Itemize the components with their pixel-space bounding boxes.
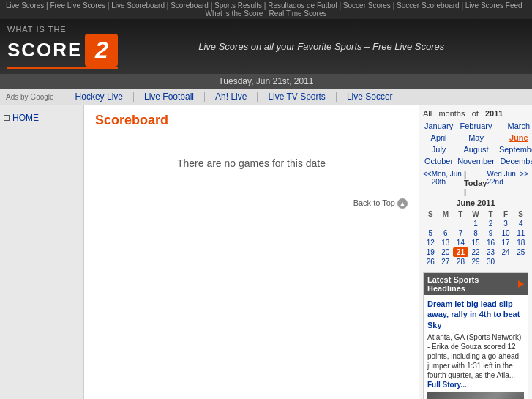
headlines-header: Latest Sports Headlines <box>424 273 528 295</box>
site-header: What is the Score 2 Live Scores on all y… <box>0 19 532 74</box>
cal-cell-19[interactable]: 19 <box>423 247 438 257</box>
calendar-month-title: June 2011 <box>423 198 528 207</box>
cal-day-header-wed: W <box>468 209 484 219</box>
cal-cell-1[interactable]: 1 <box>468 219 484 228</box>
cal-cell-6[interactable]: 6 <box>438 228 454 238</box>
month-december[interactable]: December <box>498 156 532 166</box>
top-nav-bar: Live Scores | Free Live Scores | Live Sc… <box>0 0 532 19</box>
nav-live-tv-sports[interactable]: Live TV Sports <box>258 92 336 102</box>
ads-label: Ads by Google <box>6 93 54 101</box>
cal-cell-8[interactable]: 8 <box>468 228 484 238</box>
logo-underline <box>7 67 118 69</box>
cal-next-next[interactable]: >> <box>520 170 528 196</box>
cal-cell-9[interactable]: 9 <box>483 228 498 238</box>
sidebar-item-home[interactable]: HOME <box>4 111 80 124</box>
calendar-navigation: << Mon, Jun 20th | Today | Wed Jun 22nd … <box>423 170 528 196</box>
cal-cell-20[interactable]: 20 <box>438 247 454 257</box>
cal-cell-29[interactable]: 29 <box>468 257 484 266</box>
cal-cell-10[interactable]: 10 <box>498 228 514 238</box>
cal-cell-18[interactable]: 18 <box>513 238 528 247</box>
month-january[interactable]: January <box>423 121 454 131</box>
month-october[interactable]: October <box>423 156 454 166</box>
cal-cell-empty <box>438 219 454 228</box>
sidebar: HOME <box>0 105 84 399</box>
cal-cell-15[interactable]: 15 <box>468 238 484 247</box>
headline-image: 🏀 <box>427 392 524 399</box>
cal-cell-11[interactable]: 11 <box>513 228 528 238</box>
cal-today-label[interactable]: | Today | <box>464 170 487 196</box>
cal-cell-26[interactable]: 26 <box>423 257 438 266</box>
main-layout: HOME Scoreboard There are no games for t… <box>0 105 532 399</box>
months-grid: January February March April May June Ju… <box>423 121 528 166</box>
back-to-top-text: Back to Top <box>353 198 395 207</box>
month-march[interactable]: March <box>498 121 532 131</box>
cal-cell-22[interactable]: 22 <box>468 247 484 257</box>
logo-number-badge: 2 <box>85 34 118 67</box>
logo-score-text: Score <box>7 39 82 61</box>
cal-year: 2011 <box>485 109 503 118</box>
cal-cell-14[interactable]: 14 <box>453 238 468 247</box>
right-panel: All months of 2011 January February Marc… <box>419 105 532 399</box>
cal-next-date[interactable]: Wed Jun 22nd <box>487 170 520 196</box>
cal-cell-2[interactable]: 2 <box>483 219 498 228</box>
headline-main-title[interactable]: Dream let big lead slip away, rally in 4… <box>427 299 524 330</box>
month-june[interactable]: June <box>498 133 532 143</box>
cal-cell-21-today[interactable]: 21 <box>453 247 468 257</box>
headline-main-body: Atlanta, GA (Sports Network) - Erika de … <box>427 333 521 379</box>
nav-live-soccer[interactable]: Live Soccer <box>337 92 403 102</box>
month-november[interactable]: November <box>456 156 496 166</box>
cal-cell-3[interactable]: 3 <box>498 219 514 228</box>
cal-cell-empty <box>513 257 528 266</box>
nav-hockey-live[interactable]: Hockey Live <box>65 92 134 102</box>
cal-cell-empty <box>498 257 514 266</box>
cal-cell-28[interactable]: 28 <box>453 257 468 266</box>
cal-day-header-mon: M <box>438 209 454 219</box>
month-may[interactable]: May <box>456 133 496 143</box>
cal-day-header-sun: S <box>423 209 438 219</box>
headlines-title: Latest Sports Headlines <box>427 275 518 293</box>
headline-main-text: Atlanta, GA (Sports Network) - Erika de … <box>427 332 524 389</box>
nav-links-bar: Ads by Google Hockey Live Live Football … <box>0 89 532 105</box>
logo-area: What is the Score 2 <box>7 25 118 69</box>
cal-day-header-tue: T <box>453 209 468 219</box>
nav-live-football[interactable]: Live Football <box>134 92 205 102</box>
content-area: Scoreboard There are no games for this d… <box>84 105 419 399</box>
month-august[interactable]: August <box>456 144 496 154</box>
cal-prev-date[interactable]: Mon, Jun 20th <box>432 170 464 196</box>
cal-prev-prev[interactable]: << <box>423 170 432 196</box>
top-nav-links: Live Scores | Free Live Scores | Live Sc… <box>6 1 526 18</box>
cal-cell-empty <box>423 219 438 228</box>
scoreboard-title: Scoreboard <box>95 113 408 128</box>
full-story-link[interactable]: Full Story... <box>427 381 467 389</box>
logo: What is the Score 2 <box>7 25 118 69</box>
month-february[interactable]: February <box>456 121 496 131</box>
no-games-message: There are no games for this date <box>95 135 408 191</box>
cal-cell-25[interactable]: 25 <box>513 247 528 257</box>
cal-cell-4[interactable]: 4 <box>513 219 528 228</box>
cal-cell-27[interactable]: 27 <box>438 257 454 266</box>
calendar-grid: S M T W T F S 1 2 3 4 <box>423 209 528 266</box>
nav-ah-live[interactable]: Ah! Live <box>205 92 258 102</box>
cal-cell-16[interactable]: 16 <box>483 238 498 247</box>
month-april[interactable]: April <box>423 133 454 143</box>
current-date: Tuesday, Jun 21st, 2011 <box>218 76 313 86</box>
back-to-top[interactable]: Back to Top ▲ <box>95 198 408 209</box>
cal-cell-24[interactable]: 24 <box>498 247 514 257</box>
cal-cell-12[interactable]: 12 <box>423 238 438 247</box>
month-july[interactable]: July <box>423 144 454 154</box>
month-september[interactable]: September <box>498 144 532 154</box>
date-bar: Tuesday, Jun 21st, 2011 <box>0 74 532 89</box>
headlines-section: Latest Sports Headlines Dream let big le… <box>423 272 528 399</box>
cal-cell-7[interactable]: 7 <box>453 228 468 238</box>
cal-cell-23[interactable]: 23 <box>483 247 498 257</box>
cal-cell-17[interactable]: 17 <box>498 238 514 247</box>
cal-day-header-thu: T <box>483 209 498 219</box>
cal-cell-empty <box>453 219 468 228</box>
cal-cell-13[interactable]: 13 <box>438 238 454 247</box>
cal-cell-5[interactable]: 5 <box>423 228 438 238</box>
calendar-header: All months of 2011 <box>423 109 528 118</box>
logo-what: What is the <box>7 25 67 34</box>
cal-cell-30[interactable]: 30 <box>483 257 498 266</box>
sidebar-home-label: HOME <box>12 113 39 123</box>
cal-day-header-sat: S <box>513 209 528 219</box>
